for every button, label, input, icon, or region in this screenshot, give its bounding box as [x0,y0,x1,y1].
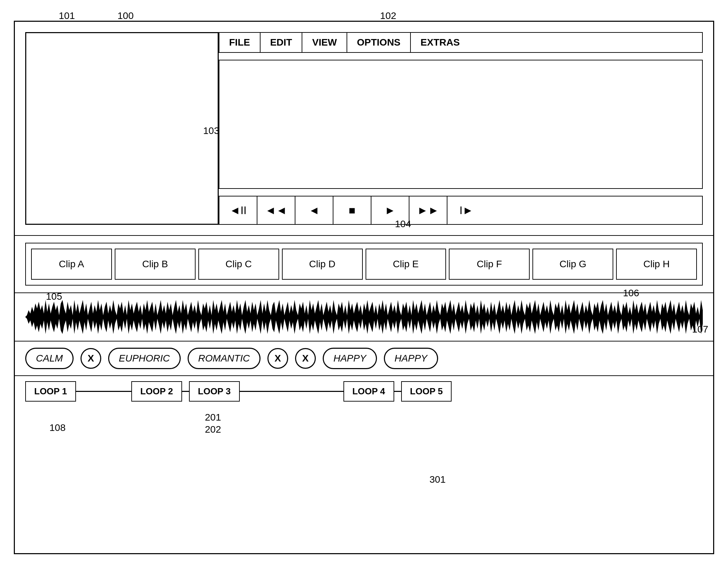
clip-g[interactable]: Clip G [532,249,613,280]
ref-301: 301 [429,474,446,485]
waveform-section: waveform data [15,293,713,341]
ref-103: 103 [203,125,219,136]
clip-h[interactable]: Clip H [616,249,697,280]
mood-section: CALM X EUPHORIC ROMANTIC X X HAPPY HAPPY [15,341,713,376]
clip-d[interactable]: Clip D [282,249,363,280]
ref-102: 102 [380,10,396,21]
waveform-display: waveform data [25,297,703,337]
ref-101: 101 [59,10,75,21]
fast-forward-icon: ►► [417,204,439,217]
btn-back-pause[interactable]: ◄II [219,196,257,224]
btn-fast-forward[interactable]: ►► [409,196,447,224]
menu-edit[interactable]: EDIT [261,33,303,52]
btn-prev[interactable]: ◄ [295,196,333,224]
main-container: 103 104 105 106 107 108 201 202 301 FILE… [14,21,714,554]
btn-rewind[interactable]: ◄◄ [257,196,295,224]
mood-calm[interactable]: CALM [25,348,74,369]
loop-5-box[interactable]: LOOP 5 [401,381,452,402]
menu-options[interactable]: OPTIONS [347,33,411,52]
mood-romantic[interactable]: ROMANTIC [188,348,261,369]
clip-a[interactable]: Clip A [31,249,112,280]
loop-2-item: LOOP 2 [131,381,182,402]
loop-line-2 [182,391,189,392]
clips-section: Clip A Clip B Clip C Clip D Clip E Clip … [15,236,713,293]
ref-100: 100 [117,10,134,21]
back-pause-icon: ◄II [229,204,246,217]
loop-4-item: LOOP 4 [343,381,394,402]
mood-happy-2[interactable]: HAPPY [384,348,438,369]
transport-bar: ◄II ◄◄ ◄ ■ ► ►► I► [219,196,703,225]
loop-4-box[interactable]: LOOP 4 [343,381,394,402]
loop-5-item: LOOP 5 [401,381,452,402]
mood-x-2[interactable]: X [267,348,288,369]
menu-extras[interactable]: EXTRAS [411,33,470,52]
mood-euphoric[interactable]: EUPHORIC [108,348,181,369]
clips-row: Clip A Clip B Clip C Clip D Clip E Clip … [25,243,703,286]
mood-x-1[interactable]: X [81,348,101,369]
play-icon: ► [385,204,396,217]
btn-next[interactable]: I► [447,196,485,224]
loop-3-item: LOOP 3 [189,381,240,402]
clip-e[interactable]: Clip E [366,249,446,280]
menu-file[interactable]: FILE [219,33,261,52]
loop-line-4 [394,391,401,392]
stop-icon: ■ [349,204,355,217]
right-panel: FILE EDIT VIEW OPTIONS EXTRAS ◄II ◄◄ ◄ [219,22,713,235]
mood-x-3[interactable]: X [295,348,316,369]
next-icon: I► [460,204,474,217]
loop-line-3 [240,391,343,392]
mood-happy-1[interactable]: HAPPY [323,348,377,369]
preview-area [219,60,703,189]
prev-icon: ◄ [309,204,320,217]
top-section: FILE EDIT VIEW OPTIONS EXTRAS ◄II ◄◄ ◄ [15,22,713,236]
loop-1-item: LOOP 1 [25,381,76,402]
loop-2-box[interactable]: LOOP 2 [131,381,182,402]
loop-1-box[interactable]: LOOP 1 [25,381,76,402]
clip-b[interactable]: Clip B [115,249,196,280]
video-preview [25,32,219,225]
clip-c[interactable]: Clip C [198,249,279,280]
waveform-svg: waveform data [25,297,703,337]
rewind-icon: ◄◄ [265,204,287,217]
loop-3-box[interactable]: LOOP 3 [189,381,240,402]
menu-view[interactable]: VIEW [302,33,347,52]
ref-108: 108 [49,422,66,433]
btn-stop[interactable]: ■ [333,196,371,224]
loops-section: LOOP 1 LOOP 2 LOOP 3 LOOP 4 LOOP 5 [15,376,713,407]
clip-f[interactable]: Clip F [449,249,530,280]
ref-201: 201 [205,412,221,423]
ref-104: 104 [395,219,411,230]
menu-bar: FILE EDIT VIEW OPTIONS EXTRAS [219,32,703,53]
ref-202: 202 [205,424,221,435]
loop-line-1 [76,391,131,392]
